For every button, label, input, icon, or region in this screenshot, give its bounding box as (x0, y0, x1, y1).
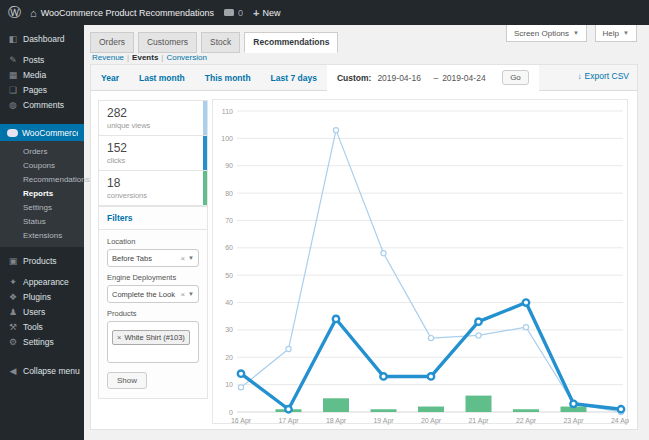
new-label: New (263, 8, 281, 18)
remove-tag-icon[interactable]: × (117, 333, 121, 342)
tab-customers[interactable]: Customers (138, 32, 197, 53)
series-color-band (203, 101, 207, 135)
product-tag-label: White Shirt (#103) (124, 333, 184, 342)
custom-from-input[interactable]: 2019-04-16 (377, 73, 429, 83)
subnav-conversion[interactable]: Conversion (166, 53, 206, 62)
comments-admin-link[interactable]: 0 (224, 8, 243, 18)
collapse-menu-button[interactable]: ◀ Collapse menu (0, 363, 84, 378)
svg-text:20 Apr: 20 Apr (421, 417, 442, 425)
report-tabs: Orders Customers Stock Recommendations (90, 32, 342, 53)
export-csv-link[interactable]: ↓Export CSV (578, 71, 629, 81)
svg-text:40: 40 (225, 299, 233, 306)
sidebar-item-label: Dashboard (23, 34, 65, 44)
sidebar-item-label: WooCommerce (22, 128, 81, 138)
media-icon: ▦ (7, 70, 19, 80)
submenu-item-recommendations[interactable]: Recommendations (0, 172, 84, 186)
tools-icon: ⚒ (7, 322, 19, 332)
sidebar-item-posts[interactable]: ✎ Posts (0, 52, 84, 67)
svg-text:21 Apr: 21 Apr (468, 417, 489, 425)
subnav-revenue[interactable]: Revenue (92, 53, 124, 62)
sidebar-item-label: Users (23, 307, 45, 317)
submenu-item-reports[interactable]: Reports (0, 186, 84, 200)
date-dash: – (433, 73, 438, 83)
sidebar-item-comments[interactable]: ◍ Comments (0, 97, 84, 112)
range-last-7-days-link[interactable]: Last 7 days (261, 73, 327, 83)
submenu-item-status[interactable]: Status (0, 214, 84, 228)
products-label: Products (107, 309, 199, 318)
sidebar-item-settings[interactable]: ⚙ Settings (0, 334, 84, 349)
sidebar-item-media[interactable]: ▦ Media (0, 67, 84, 82)
sidebar-item-label: Media (23, 70, 46, 80)
sidebar-item-pages[interactable]: ❏ Pages (0, 82, 84, 97)
sidebar-item-label: Posts (23, 55, 44, 65)
comment-bubble-icon (224, 9, 234, 16)
screen-options-label: Screen Options (514, 29, 569, 38)
sidebar-item-plugins[interactable]: ❖ Plugins (0, 289, 84, 304)
plus-icon: + (253, 7, 259, 19)
clear-icon[interactable]: × (180, 290, 185, 299)
download-icon: ↓ (578, 72, 582, 81)
filters-title: Filters (99, 207, 207, 230)
sidebar-item-products[interactable]: ▣ Products (0, 253, 84, 268)
submenu-item-orders[interactable]: Orders (0, 144, 84, 158)
sidebar-item-appearance[interactable]: ✦ Appearance (0, 274, 84, 289)
subnav-events[interactable]: Events (132, 53, 158, 62)
chevron-down-icon: ▼ (188, 291, 194, 297)
range-year-link[interactable]: Year (91, 73, 129, 83)
stat-label: clicks (107, 156, 199, 165)
range-this-month-link[interactable]: This month (195, 73, 261, 83)
svg-text:18 Apr: 18 Apr (326, 417, 347, 425)
chevron-down-icon: ▼ (188, 255, 194, 261)
admin-bar: Ⓦ ⌂ WooCommerce Product Recommendations … (0, 0, 649, 25)
report-subnav: Revenue|Events|Conversion (92, 53, 207, 62)
stat-conversions[interactable]: 18 conversions (98, 170, 208, 206)
series-color-band (203, 136, 207, 170)
filters-panel: Filters Location Before Tabs × ▼ Engine … (98, 206, 208, 399)
events-chart-panel: 010203040506070809010011016 Apr17 Apr18 … (212, 99, 628, 424)
woocommerce-submenu: Orders Coupons Recommendations Reports S… (0, 141, 84, 247)
submenu-item-settings[interactable]: Settings (0, 200, 84, 214)
series-color-band (203, 171, 207, 205)
clear-icon[interactable]: × (180, 254, 185, 263)
tab-orders[interactable]: Orders (90, 32, 134, 53)
stat-clicks[interactable]: 152 clicks (98, 135, 208, 171)
sidebar-item-woocommerce[interactable]: WooCommerce (0, 124, 84, 141)
sidebar-item-users[interactable]: ♟ Users (0, 304, 84, 319)
site-link[interactable]: ⌂ WooCommerce Product Recommendations (30, 7, 214, 19)
chart-legend-stats: 282 unique views 152 clicks 18 conversio… (98, 101, 208, 206)
engine-deployments-label: Engine Deployments (107, 273, 199, 282)
submenu-item-coupons[interactable]: Coupons (0, 158, 84, 172)
tab-recommendations[interactable]: Recommendations (244, 32, 338, 53)
svg-text:10: 10 (225, 381, 233, 388)
sidebar-item-dashboard[interactable]: ◧ Dashboard (0, 31, 84, 46)
submenu-item-extensions[interactable]: Extensions (0, 228, 84, 242)
events-chart: 010203040506070809010011016 Apr17 Apr18 … (213, 100, 627, 425)
sidebar-item-label: Settings (23, 337, 54, 347)
svg-text:24 Apr: 24 Apr (611, 417, 629, 425)
collapse-label: Collapse menu (23, 366, 80, 376)
location-select[interactable]: Before Tabs × ▼ (107, 249, 199, 267)
sidebar-item-label: Appearance (23, 277, 69, 287)
sidebar-item-label: Products (23, 256, 57, 266)
help-button[interactable]: Help ▼ (595, 25, 637, 42)
comments-icon: ◍ (7, 100, 19, 110)
tab-stock[interactable]: Stock (201, 32, 240, 53)
wordpress-logo-icon[interactable]: Ⓦ (8, 4, 21, 22)
custom-range-section: Custom: 2019-04-16 – 2019-04-24 Go (327, 65, 539, 91)
new-menu[interactable]: + New (253, 7, 280, 19)
products-multiselect[interactable]: ×White Shirt (#103) (107, 321, 199, 363)
report-card: Year Last month This month Last 7 days C… (90, 64, 638, 430)
range-last-month-link[interactable]: Last month (129, 73, 195, 83)
show-button[interactable]: Show (107, 372, 147, 389)
screen-options-button[interactable]: Screen Options ▼ (506, 25, 587, 42)
go-button[interactable]: Go (502, 70, 529, 85)
plugins-icon: ❖ (7, 292, 19, 302)
svg-text:19 Apr: 19 Apr (373, 417, 394, 425)
engine-deployments-select[interactable]: Complete the Look (#1) × ▼ (107, 285, 199, 303)
location-label: Location (107, 237, 199, 246)
stat-value: 152 (107, 141, 199, 155)
sidebar-item-tools[interactable]: ⚒ Tools (0, 319, 84, 334)
custom-to-input[interactable]: 2019-04-24 (442, 73, 494, 83)
stat-unique-views[interactable]: 282 unique views (98, 100, 208, 136)
comments-count: 0 (238, 8, 243, 18)
